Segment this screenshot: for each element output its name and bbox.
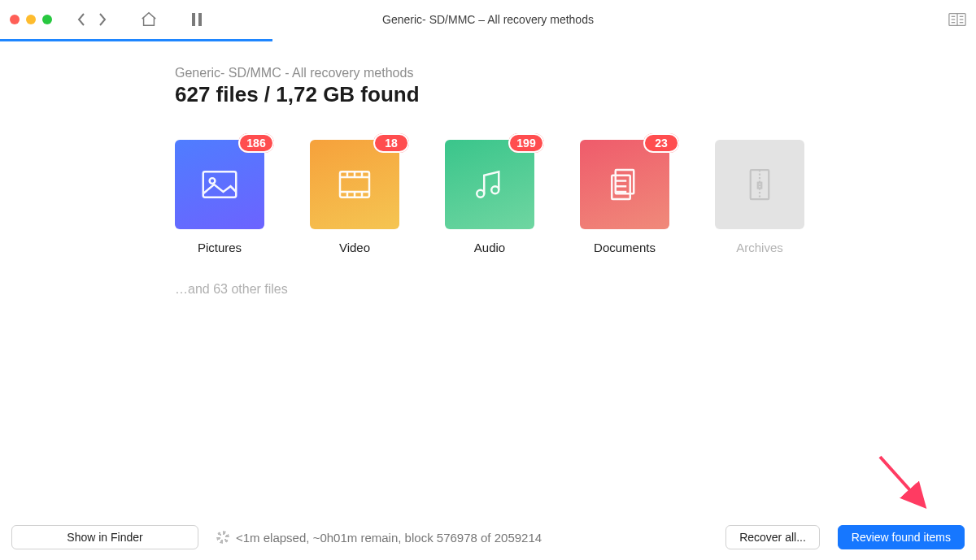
documents-icon xyxy=(603,163,647,206)
svg-rect-1 xyxy=(198,13,202,26)
audio-icon xyxy=(468,163,512,206)
subtitle: Generic- SD/MMC - All recovery methods xyxy=(175,66,976,80)
label-archives: Archives xyxy=(736,241,783,254)
book-open-icon xyxy=(948,12,966,27)
tile-archives xyxy=(715,140,804,229)
archives-icon xyxy=(738,163,782,206)
back-button[interactable] xyxy=(76,12,86,27)
show-in-finder-button[interactable]: Show in Finder xyxy=(11,525,198,549)
home-button[interactable] xyxy=(140,11,158,28)
home-icon xyxy=(140,11,158,28)
svg-rect-10 xyxy=(203,171,237,198)
tile-pictures: 186 xyxy=(175,140,264,229)
minimize-window-button[interactable] xyxy=(26,15,36,24)
badge-documents: 23 xyxy=(643,133,679,153)
category-pictures[interactable]: 186 Pictures xyxy=(175,140,264,254)
svg-rect-0 xyxy=(192,13,195,26)
footer: Show in Finder <1m elapsed, ~0h01m remai… xyxy=(0,514,976,560)
status-text: <1m elapsed, ~0h01m remain, block 576978… xyxy=(236,531,542,545)
maximize-window-button[interactable] xyxy=(42,15,52,24)
svg-point-11 xyxy=(210,178,216,184)
tile-video: 18 xyxy=(310,140,399,229)
category-archives[interactable]: Archives xyxy=(715,140,804,254)
active-tab-indicator xyxy=(0,39,272,41)
svg-point-22 xyxy=(491,186,499,193)
found-summary: 627 files / 1,72 GB found xyxy=(175,82,976,107)
pause-icon xyxy=(190,12,203,27)
label-video: Video xyxy=(339,241,370,254)
window-controls xyxy=(10,15,52,24)
video-icon xyxy=(333,163,377,206)
category-video[interactable]: 18 Video xyxy=(310,140,399,254)
scan-status: <1m elapsed, ~0h01m remain, block 576978… xyxy=(216,531,542,545)
spinner-icon xyxy=(216,531,229,544)
annotation-arrow xyxy=(872,450,937,515)
category-cards: 186 Pictures 18 Video xyxy=(175,140,976,254)
other-files-note: …and 63 other files xyxy=(175,282,976,297)
svg-line-31 xyxy=(880,457,922,504)
nav-arrows xyxy=(76,12,107,27)
label-pictures: Pictures xyxy=(198,241,242,254)
chevron-right-icon xyxy=(98,12,107,27)
label-documents: Documents xyxy=(594,241,656,254)
pause-button[interactable] xyxy=(190,12,203,27)
pictures-icon xyxy=(198,163,242,206)
review-found-items-button[interactable]: Review found items xyxy=(838,525,965,549)
category-documents[interactable]: 23 Documents xyxy=(580,140,669,254)
badge-video: 18 xyxy=(373,133,409,153)
recover-all-button[interactable]: Recover all... xyxy=(725,525,820,549)
label-audio: Audio xyxy=(474,241,505,254)
badge-audio: 199 xyxy=(508,133,544,153)
badge-pictures: 186 xyxy=(238,133,274,153)
main-content: Generic- SD/MMC - All recovery methods 6… xyxy=(0,41,976,297)
tab-strip xyxy=(0,39,976,41)
chevron-left-icon xyxy=(76,12,86,27)
category-audio[interactable]: 199 Audio xyxy=(445,140,534,254)
toolbar: Generic- SD/MMC – All recovery methods xyxy=(0,0,976,39)
svg-point-21 xyxy=(477,190,484,198)
forward-button[interactable] xyxy=(98,12,107,27)
tile-documents: 23 xyxy=(580,140,669,229)
documentation-button[interactable] xyxy=(948,12,966,27)
tile-audio: 199 xyxy=(445,140,534,229)
close-window-button[interactable] xyxy=(10,15,20,24)
